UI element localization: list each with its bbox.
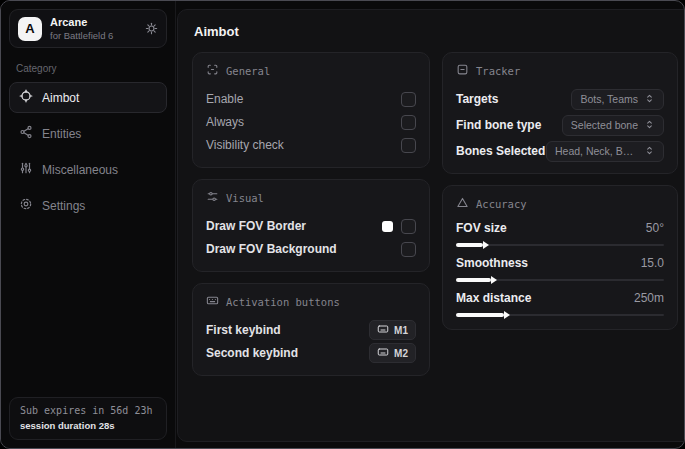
second-keybind-button[interactable]: M2 [369, 343, 416, 363]
sidebar-item-label: Aimbot [42, 91, 79, 105]
gear-icon[interactable] [145, 22, 158, 35]
draw-fov-background-checkbox[interactable] [401, 242, 416, 257]
setting-label: Second keybind [206, 346, 298, 360]
subscription-expiry: Sub expires in 56d 23h [20, 405, 156, 416]
sidebar-item-label: Entities [42, 127, 81, 141]
session-duration: session duration 28s [20, 420, 156, 431]
right-column: Tracker Targets Bots, Teams [442, 52, 678, 330]
visual-card: Visual Draw FOV Border Dr [192, 179, 430, 272]
max-distance-slider[interactable] [456, 314, 664, 316]
card-title: Accuracy [476, 198, 527, 210]
card-title: Visual [226, 192, 264, 204]
fov-size-slider[interactable] [456, 244, 664, 246]
setting-label: Visibility check [206, 138, 284, 152]
triangle-icon [456, 196, 469, 211]
brand-card: A Arcane for Battlefield 6 [9, 9, 167, 48]
setting-label: Always [206, 115, 244, 129]
app-logo: A [18, 17, 42, 41]
enable-checkbox[interactable] [401, 92, 416, 107]
keyboard-icon [206, 294, 219, 309]
targets-select[interactable]: Bots, Teams [571, 89, 664, 110]
bones-selected-select[interactable]: Head, Neck, Body, Pe.. [546, 141, 664, 162]
slider-value: 50° [646, 221, 664, 235]
setting-row-targets: Targets Bots, Teams [456, 88, 664, 110]
accuracy-card: Accuracy FOV size 50° [442, 185, 678, 330]
sidebar-item-label: Miscellaneous [42, 163, 118, 177]
keyboard-icon [377, 346, 389, 360]
sliders-horizontal-icon [206, 190, 219, 205]
slider-label: Smoothness [456, 256, 528, 270]
tracker-card: Tracker Targets Bots, Teams [442, 52, 678, 174]
setting-row-always: Always [206, 111, 416, 133]
left-column: General Enable Always [192, 52, 430, 376]
slider-fill[interactable] [456, 313, 504, 317]
keyboard-icon [377, 323, 389, 337]
sidebar-item-entities[interactable]: Entities [9, 118, 167, 149]
slider-value: 15.0 [641, 256, 664, 270]
select-value: Selected bone [571, 119, 638, 131]
draw-fov-border-checkbox[interactable] [401, 219, 416, 234]
card-title: Tracker [476, 65, 520, 77]
fov-size-setting: FOV size 50° [456, 221, 664, 246]
sliders-icon [19, 161, 33, 178]
visual-card-header: Visual [206, 190, 416, 205]
card-title: General [226, 65, 270, 77]
main-area: Aimbot General [176, 1, 685, 448]
app-subtitle: for Battlefield 6 [50, 30, 137, 41]
accuracy-card-header: Accuracy [456, 196, 664, 211]
setting-row-find-bone-type: Find bone type Selected bone [456, 114, 664, 136]
fov-border-color-swatch[interactable] [382, 221, 393, 232]
max-distance-setting: Max distance 250m [456, 291, 664, 316]
brand-text: Arcane for Battlefield 6 [50, 16, 137, 41]
slider-value: 250m [634, 291, 664, 305]
setting-label: Targets [456, 92, 498, 106]
sidebar: A Arcane for Battlefield 6 Category [1, 1, 176, 448]
main-panel: Aimbot General [177, 9, 685, 442]
slider-fill[interactable] [456, 278, 491, 282]
tracker-card-header: Tracker [456, 63, 664, 78]
scan-icon [206, 63, 219, 78]
always-checkbox[interactable] [401, 115, 416, 130]
entities-icon [19, 125, 33, 142]
setting-label: Bones Selected [456, 144, 545, 158]
visibility-check-checkbox[interactable] [401, 138, 416, 153]
sidebar-item-aimbot[interactable]: Aimbot [9, 82, 167, 113]
chevrons-up-down-icon [644, 145, 655, 158]
find-bone-type-select[interactable]: Selected bone [562, 115, 664, 136]
page-title: Aimbot [194, 24, 678, 39]
setting-label: Enable [206, 92, 243, 106]
general-card: General Enable Always [192, 52, 430, 168]
sidebar-item-miscellaneous[interactable]: Miscellaneous [9, 154, 167, 185]
select-value: Bots, Teams [580, 93, 638, 105]
keybind-value: M2 [394, 348, 408, 359]
subscription-box: Sub expires in 56d 23h session duration … [9, 397, 167, 440]
setting-row-visibility-check: Visibility check [206, 134, 416, 156]
setting-row-enable: Enable [206, 88, 416, 110]
sidebar-item-label: Settings [42, 199, 85, 213]
category-label: Category [16, 63, 161, 74]
setting-row-bones-selected: Bones Selected Head, Neck, Body, Pe.. [456, 140, 664, 162]
smoothness-slider[interactable] [456, 279, 664, 281]
slider-fill[interactable] [456, 243, 483, 247]
slider-label: FOV size [456, 221, 507, 235]
gear-icon [19, 197, 33, 214]
app-name: Arcane [50, 16, 137, 28]
select-value: Head, Neck, Body, Pe.. [555, 145, 638, 157]
activation-card-header: Activation buttons [206, 294, 416, 309]
crosshair-icon [19, 89, 33, 106]
chevrons-up-down-icon [644, 93, 655, 106]
sidebar-item-settings[interactable]: Settings [9, 190, 167, 221]
setting-row-second-keybind: Second keybind M2 [206, 342, 416, 364]
sidebar-nav: Aimbot Entities Miscella [9, 82, 167, 221]
slider-label: Max distance [456, 291, 531, 305]
box-minus-icon [456, 63, 469, 78]
first-keybind-button[interactable]: M1 [369, 320, 416, 340]
setting-label: Draw FOV Border [206, 219, 306, 233]
setting-label: Draw FOV Background [206, 242, 337, 256]
app-window: A Arcane for Battlefield 6 Category [0, 0, 685, 449]
card-title: Activation buttons [226, 296, 340, 308]
setting-row-first-keybind: First keybind M1 [206, 319, 416, 341]
general-card-header: General [206, 63, 416, 78]
activation-buttons-card: Activation buttons First keybind [192, 283, 430, 376]
setting-label: First keybind [206, 323, 281, 337]
